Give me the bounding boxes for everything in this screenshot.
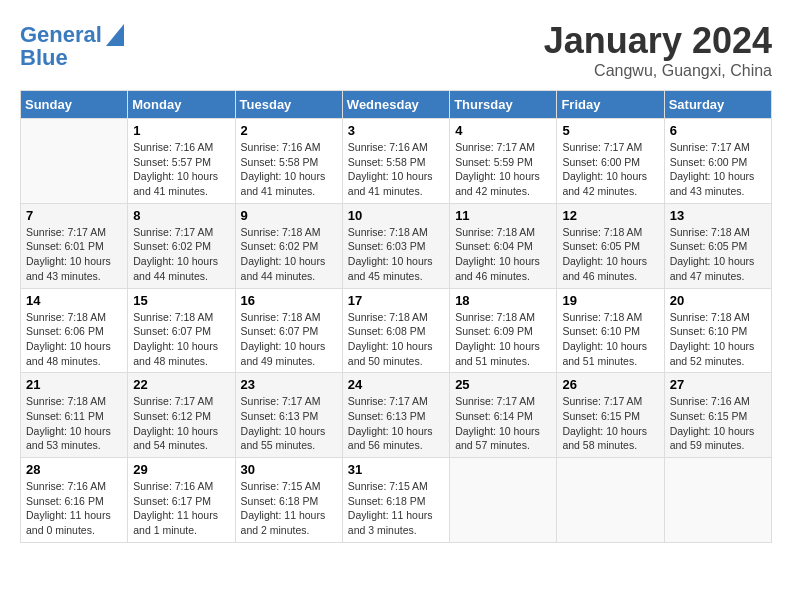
- day-number: 15: [133, 293, 229, 308]
- day-number: 10: [348, 208, 444, 223]
- day-info: Sunrise: 7:18 AMSunset: 6:03 PMDaylight:…: [348, 225, 444, 284]
- day-number: 19: [562, 293, 658, 308]
- weekday-header-sunday: Sunday: [21, 91, 128, 119]
- day-cell: 4Sunrise: 7:17 AMSunset: 5:59 PMDaylight…: [450, 119, 557, 204]
- day-number: 11: [455, 208, 551, 223]
- weekday-header-thursday: Thursday: [450, 91, 557, 119]
- day-info: Sunrise: 7:16 AMSunset: 6:17 PMDaylight:…: [133, 479, 229, 538]
- weekday-header-monday: Monday: [128, 91, 235, 119]
- day-number: 7: [26, 208, 122, 223]
- day-info: Sunrise: 7:16 AMSunset: 5:58 PMDaylight:…: [348, 140, 444, 199]
- day-info: Sunrise: 7:17 AMSunset: 6:14 PMDaylight:…: [455, 394, 551, 453]
- day-info: Sunrise: 7:18 AMSunset: 6:06 PMDaylight:…: [26, 310, 122, 369]
- day-info: Sunrise: 7:17 AMSunset: 6:13 PMDaylight:…: [241, 394, 337, 453]
- day-info: Sunrise: 7:17 AMSunset: 6:00 PMDaylight:…: [670, 140, 766, 199]
- day-info: Sunrise: 7:17 AMSunset: 6:02 PMDaylight:…: [133, 225, 229, 284]
- weekday-header-row: SundayMondayTuesdayWednesdayThursdayFrid…: [21, 91, 772, 119]
- day-cell: 14Sunrise: 7:18 AMSunset: 6:06 PMDayligh…: [21, 288, 128, 373]
- day-cell: 17Sunrise: 7:18 AMSunset: 6:08 PMDayligh…: [342, 288, 449, 373]
- day-info: Sunrise: 7:17 AMSunset: 6:01 PMDaylight:…: [26, 225, 122, 284]
- day-info: Sunrise: 7:17 AMSunset: 6:13 PMDaylight:…: [348, 394, 444, 453]
- logo-text-line1: General: [20, 23, 102, 47]
- day-number: 31: [348, 462, 444, 477]
- page-header: General Blue January 2024 Cangwu, Guangx…: [20, 20, 772, 80]
- day-cell: 6Sunrise: 7:17 AMSunset: 6:00 PMDaylight…: [664, 119, 771, 204]
- day-cell: 25Sunrise: 7:17 AMSunset: 6:14 PMDayligh…: [450, 373, 557, 458]
- day-info: Sunrise: 7:18 AMSunset: 6:10 PMDaylight:…: [562, 310, 658, 369]
- day-number: 21: [26, 377, 122, 392]
- day-info: Sunrise: 7:18 AMSunset: 6:02 PMDaylight:…: [241, 225, 337, 284]
- day-cell: 27Sunrise: 7:16 AMSunset: 6:15 PMDayligh…: [664, 373, 771, 458]
- day-number: 24: [348, 377, 444, 392]
- weekday-header-friday: Friday: [557, 91, 664, 119]
- day-number: 6: [670, 123, 766, 138]
- day-info: Sunrise: 7:18 AMSunset: 6:11 PMDaylight:…: [26, 394, 122, 453]
- day-cell: 24Sunrise: 7:17 AMSunset: 6:13 PMDayligh…: [342, 373, 449, 458]
- day-cell: 10Sunrise: 7:18 AMSunset: 6:03 PMDayligh…: [342, 203, 449, 288]
- weekday-header-saturday: Saturday: [664, 91, 771, 119]
- day-cell: 31Sunrise: 7:15 AMSunset: 6:18 PMDayligh…: [342, 458, 449, 543]
- day-info: Sunrise: 7:15 AMSunset: 6:18 PMDaylight:…: [348, 479, 444, 538]
- day-cell: [557, 458, 664, 543]
- day-number: 28: [26, 462, 122, 477]
- day-info: Sunrise: 7:17 AMSunset: 6:00 PMDaylight:…: [562, 140, 658, 199]
- day-number: 13: [670, 208, 766, 223]
- day-info: Sunrise: 7:17 AMSunset: 6:15 PMDaylight:…: [562, 394, 658, 453]
- logo-bird-icon: [106, 24, 124, 46]
- day-info: Sunrise: 7:16 AMSunset: 5:57 PMDaylight:…: [133, 140, 229, 199]
- day-cell: 1Sunrise: 7:16 AMSunset: 5:57 PMDaylight…: [128, 119, 235, 204]
- day-number: 23: [241, 377, 337, 392]
- day-number: 29: [133, 462, 229, 477]
- day-info: Sunrise: 7:18 AMSunset: 6:04 PMDaylight:…: [455, 225, 551, 284]
- day-info: Sunrise: 7:16 AMSunset: 5:58 PMDaylight:…: [241, 140, 337, 199]
- day-info: Sunrise: 7:18 AMSunset: 6:07 PMDaylight:…: [133, 310, 229, 369]
- day-cell: 26Sunrise: 7:17 AMSunset: 6:15 PMDayligh…: [557, 373, 664, 458]
- day-info: Sunrise: 7:17 AMSunset: 6:12 PMDaylight:…: [133, 394, 229, 453]
- calendar-table: SundayMondayTuesdayWednesdayThursdayFrid…: [20, 90, 772, 543]
- day-cell: 28Sunrise: 7:16 AMSunset: 6:16 PMDayligh…: [21, 458, 128, 543]
- day-info: Sunrise: 7:18 AMSunset: 6:08 PMDaylight:…: [348, 310, 444, 369]
- month-title: January 2024: [544, 20, 772, 62]
- svg-marker-0: [106, 24, 124, 46]
- title-block: January 2024 Cangwu, Guangxi, China: [544, 20, 772, 80]
- day-number: 8: [133, 208, 229, 223]
- day-cell: 30Sunrise: 7:15 AMSunset: 6:18 PMDayligh…: [235, 458, 342, 543]
- day-cell: 2Sunrise: 7:16 AMSunset: 5:58 PMDaylight…: [235, 119, 342, 204]
- day-cell: 7Sunrise: 7:17 AMSunset: 6:01 PMDaylight…: [21, 203, 128, 288]
- day-info: Sunrise: 7:18 AMSunset: 6:10 PMDaylight:…: [670, 310, 766, 369]
- day-cell: [450, 458, 557, 543]
- day-cell: 9Sunrise: 7:18 AMSunset: 6:02 PMDaylight…: [235, 203, 342, 288]
- day-number: 16: [241, 293, 337, 308]
- logo-text-line2: Blue: [20, 46, 68, 70]
- day-number: 26: [562, 377, 658, 392]
- day-cell: [664, 458, 771, 543]
- day-info: Sunrise: 7:18 AMSunset: 6:07 PMDaylight:…: [241, 310, 337, 369]
- day-number: 27: [670, 377, 766, 392]
- day-cell: 29Sunrise: 7:16 AMSunset: 6:17 PMDayligh…: [128, 458, 235, 543]
- day-number: 22: [133, 377, 229, 392]
- day-number: 12: [562, 208, 658, 223]
- day-cell: 13Sunrise: 7:18 AMSunset: 6:05 PMDayligh…: [664, 203, 771, 288]
- location: Cangwu, Guangxi, China: [544, 62, 772, 80]
- weekday-header-wednesday: Wednesday: [342, 91, 449, 119]
- day-number: 3: [348, 123, 444, 138]
- day-info: Sunrise: 7:18 AMSunset: 6:05 PMDaylight:…: [562, 225, 658, 284]
- day-cell: 22Sunrise: 7:17 AMSunset: 6:12 PMDayligh…: [128, 373, 235, 458]
- day-cell: 16Sunrise: 7:18 AMSunset: 6:07 PMDayligh…: [235, 288, 342, 373]
- day-info: Sunrise: 7:15 AMSunset: 6:18 PMDaylight:…: [241, 479, 337, 538]
- day-cell: 23Sunrise: 7:17 AMSunset: 6:13 PMDayligh…: [235, 373, 342, 458]
- day-info: Sunrise: 7:16 AMSunset: 6:15 PMDaylight:…: [670, 394, 766, 453]
- day-cell: 12Sunrise: 7:18 AMSunset: 6:05 PMDayligh…: [557, 203, 664, 288]
- day-number: 25: [455, 377, 551, 392]
- day-number: 30: [241, 462, 337, 477]
- day-cell: [21, 119, 128, 204]
- logo: General Blue: [20, 20, 124, 70]
- day-cell: 11Sunrise: 7:18 AMSunset: 6:04 PMDayligh…: [450, 203, 557, 288]
- day-number: 18: [455, 293, 551, 308]
- day-cell: 8Sunrise: 7:17 AMSunset: 6:02 PMDaylight…: [128, 203, 235, 288]
- day-number: 2: [241, 123, 337, 138]
- day-cell: 20Sunrise: 7:18 AMSunset: 6:10 PMDayligh…: [664, 288, 771, 373]
- day-number: 4: [455, 123, 551, 138]
- day-info: Sunrise: 7:16 AMSunset: 6:16 PMDaylight:…: [26, 479, 122, 538]
- week-row-5: 28Sunrise: 7:16 AMSunset: 6:16 PMDayligh…: [21, 458, 772, 543]
